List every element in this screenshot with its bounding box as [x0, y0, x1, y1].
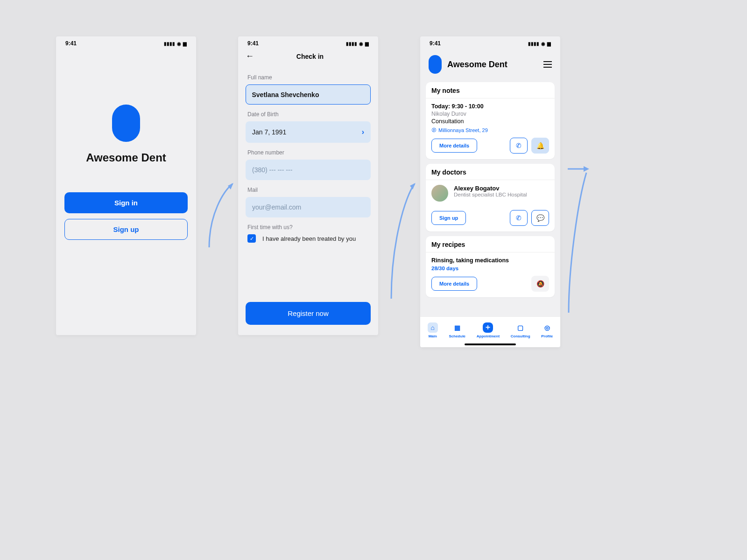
full-name-label: Full name — [247, 74, 371, 81]
status-time: 9:41 — [430, 40, 441, 47]
wifi-icon: ◉ — [359, 41, 363, 46]
status-time: 9:41 — [65, 40, 77, 47]
status-time: 9:41 — [247, 40, 259, 47]
card-my-doctors: My doctors Alexey Bogatov Dentist specia… — [426, 164, 555, 231]
brand-title: Awesome Dent — [56, 151, 196, 164]
doctor-signup-button[interactable]: Sign up — [431, 211, 466, 225]
status-bar: 9:41 ▮▮▮▮ ◉ ▆ — [238, 36, 378, 49]
tab-label: Appointment — [477, 334, 500, 338]
tab-bar: ⌂ Main ▦ Schedule ＋ Appointment ▢ Consul… — [420, 316, 560, 347]
status-bar: 9:41 ▮▮▮▮ ◉ ▆ — [56, 36, 196, 49]
back-button[interactable]: ← — [246, 51, 254, 61]
treated-checkbox-row[interactable]: ✓ I have already been treated by you — [246, 234, 371, 243]
flow-arrow-1 — [200, 177, 237, 257]
tab-label: Profile — [541, 334, 553, 338]
note-address-text: Millionnaya Street, 29 — [438, 127, 488, 133]
tab-profile[interactable]: ◎ Profile — [541, 322, 553, 338]
register-now-button[interactable]: Register now — [246, 302, 371, 325]
profile-icon: ◎ — [542, 322, 552, 333]
phone-icon: ✆ — [516, 214, 521, 222]
doctor-avatar — [431, 185, 448, 202]
tab-consulting[interactable]: ▢ Consulting — [511, 322, 530, 338]
first-time-label: First time with us? — [247, 224, 371, 231]
signal-icon: ▮▮▮▮ — [164, 41, 175, 46]
menu-button[interactable] — [543, 61, 552, 68]
pin-icon: ⦿ — [431, 127, 437, 133]
full-name-input[interactable]: Svetlana Shevchenko — [246, 84, 371, 105]
checkin-form: Full name Svetlana Shevchenko Date of Bi… — [238, 74, 378, 243]
phone-input[interactable]: (380) --- --- --- — [246, 160, 371, 180]
page-header: ← Check in — [238, 49, 378, 68]
phone-label: Phone number — [247, 149, 371, 156]
more-details-button[interactable]: More details — [431, 277, 477, 291]
note-type: Consultation — [431, 118, 549, 125]
battery-icon: ▆ — [183, 41, 187, 46]
doctor-name: Alexey Bogatov — [454, 185, 527, 192]
recipe-title: Rinsing, taking medications — [431, 257, 549, 264]
card-title: My notes — [426, 82, 555, 98]
tab-main[interactable]: ⌂ Main — [428, 322, 438, 338]
note-address[interactable]: ⦿ Millionnaya Street, 29 — [431, 127, 549, 133]
chevron-right-icon: › — [362, 128, 364, 136]
brand-logo — [429, 55, 442, 74]
dob-input[interactable]: Jan 7, 1991 › — [246, 121, 371, 143]
status-icons: ▮▮▮▮ ◉ ▆ — [164, 41, 187, 46]
note-today-line: Today: 9:30 - 10:00 — [431, 103, 549, 110]
tab-schedule[interactable]: ▦ Schedule — [449, 322, 466, 338]
battery-icon: ▆ — [365, 41, 369, 46]
note-person: Nikolay Durov — [431, 111, 549, 117]
wifi-icon: ◉ — [177, 41, 181, 46]
tab-label: Main — [429, 334, 437, 338]
tab-label: Consulting — [511, 334, 530, 338]
card-my-recipes: My recipes Rinsing, taking medications 2… — [426, 236, 555, 297]
chat-icon: ▢ — [515, 322, 526, 333]
recipe-progress: 28/30 days — [431, 266, 549, 271]
brand-title: Awesome Dent — [447, 60, 538, 70]
flow-arrow-2 — [382, 177, 419, 308]
brand-logo — [112, 105, 140, 142]
doctor-row: Alexey Bogatov Dentist specialist LBC Ho… — [426, 180, 555, 202]
screen-checkin: 9:41 ▮▮▮▮ ◉ ▆ ← Check in Full name Svetl… — [238, 36, 378, 335]
screen-main: 9:41 ▮▮▮▮ ◉ ▆ Awesome Dent My notes Toda… — [420, 36, 560, 347]
status-icons: ▮▮▮▮ ◉ ▆ — [528, 41, 551, 46]
wifi-icon: ◉ — [541, 41, 545, 46]
bell-button[interactable]: 🔔 — [531, 138, 549, 154]
chat-button[interactable]: 💬 — [531, 210, 549, 226]
home-icon: ⌂ — [428, 322, 438, 333]
doctor-subtitle: Dentist specialist LBC Hospital — [454, 192, 527, 197]
card-title: My recipes — [426, 236, 555, 252]
checkbox-icon[interactable]: ✓ — [247, 234, 256, 243]
phone-button[interactable]: ✆ — [510, 210, 528, 226]
card-title: My doctors — [426, 164, 555, 180]
cards-container: My notes Today: 9:30 - 10:00 Nikolay Dur… — [420, 82, 560, 297]
mail-input[interactable]: your@email.com — [246, 197, 371, 217]
page-title: Check in — [258, 53, 362, 60]
battery-icon: ▆ — [547, 41, 551, 46]
phone-icon: ✆ — [516, 142, 521, 149]
status-bar: 9:41 ▮▮▮▮ ◉ ▆ — [420, 36, 560, 49]
chat-icon: 💬 — [536, 214, 544, 222]
checkbox-label: I have already been treated by you — [262, 235, 356, 242]
dob-value: Jan 7, 1991 — [252, 128, 286, 136]
signal-icon: ▮▮▮▮ — [528, 41, 539, 46]
sign-in-button[interactable]: Sign in — [64, 192, 188, 213]
bell-off-icon: 🔕 — [536, 280, 544, 287]
home-indicator — [465, 343, 516, 345]
card-my-notes: My notes Today: 9:30 - 10:00 Nikolay Dur… — [426, 82, 555, 159]
screen-welcome: 9:41 ▮▮▮▮ ◉ ▆ Awesome Dent Sign in Sign … — [56, 36, 196, 335]
sign-up-button[interactable]: Sign up — [64, 219, 188, 240]
tab-appointment[interactable]: ＋ Appointment — [477, 322, 500, 338]
dob-label: Date of Birth — [247, 111, 371, 118]
more-details-button[interactable]: More details — [431, 139, 477, 153]
calendar-icon: ▦ — [452, 322, 462, 333]
bell-off-button[interactable]: 🔕 — [531, 276, 549, 292]
plus-icon: ＋ — [483, 322, 493, 333]
phone-button[interactable]: ✆ — [510, 138, 528, 154]
mail-label: Mail — [247, 187, 371, 193]
bell-icon: 🔔 — [536, 142, 544, 149]
tab-label: Schedule — [449, 334, 466, 338]
signal-icon: ▮▮▮▮ — [346, 41, 357, 46]
main-header: Awesome Dent — [420, 49, 560, 82]
flow-arrow-3 — [564, 163, 592, 322]
status-icons: ▮▮▮▮ ◉ ▆ — [346, 41, 369, 46]
